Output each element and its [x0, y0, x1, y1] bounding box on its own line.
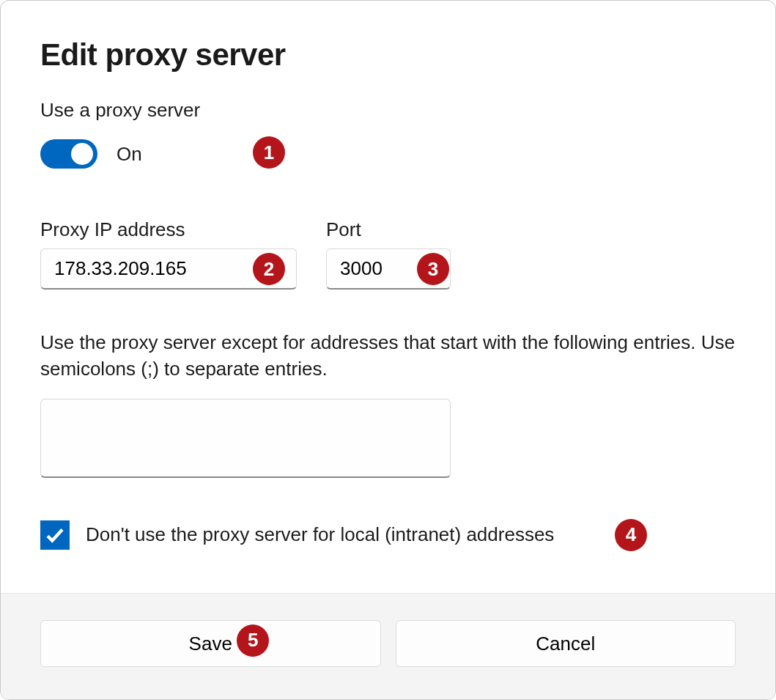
- proxy-port-input[interactable]: [326, 248, 451, 290]
- toggle-row: On 1: [40, 139, 736, 169]
- toggle-state-text: On: [117, 143, 142, 166]
- port-label: Port: [326, 218, 451, 241]
- checkbox-label: Don't use the proxy server for local (in…: [86, 523, 554, 546]
- proxy-ip-input[interactable]: [40, 248, 297, 290]
- save-button[interactable]: Save 5: [40, 620, 381, 667]
- dialog-footer: Save 5 Cancel: [1, 593, 775, 699]
- annotation-badge: 1: [253, 136, 285, 169]
- fields-row: Proxy IP address 2 Port 3: [40, 218, 736, 290]
- use-proxy-toggle[interactable]: [40, 139, 97, 169]
- ip-label: Proxy IP address: [40, 218, 297, 241]
- annotation-badge: 5: [237, 625, 269, 657]
- toggle-knob: [71, 143, 93, 165]
- cancel-button[interactable]: Cancel: [396, 620, 736, 667]
- port-field-group: Port 3: [326, 218, 451, 290]
- checkmark-icon: [44, 524, 66, 546]
- dialog-title: Edit proxy server: [40, 37, 736, 73]
- exceptions-input[interactable]: [40, 399, 451, 478]
- ip-field-group: Proxy IP address 2: [40, 218, 297, 290]
- annotation-badge: 4: [615, 519, 647, 551]
- checkbox-row: Don't use the proxy server for local (in…: [40, 520, 736, 550]
- exceptions-description: Use the proxy server except for addresse…: [40, 329, 736, 383]
- cancel-button-label: Cancel: [536, 633, 595, 655]
- save-button-label: Save: [189, 633, 232, 655]
- edit-proxy-dialog: Edit proxy server Use a proxy server On …: [0, 0, 776, 700]
- dialog-content: Edit proxy server Use a proxy server On …: [1, 1, 775, 593]
- bypass-local-checkbox[interactable]: [40, 520, 70, 550]
- use-proxy-label: Use a proxy server: [40, 99, 736, 122]
